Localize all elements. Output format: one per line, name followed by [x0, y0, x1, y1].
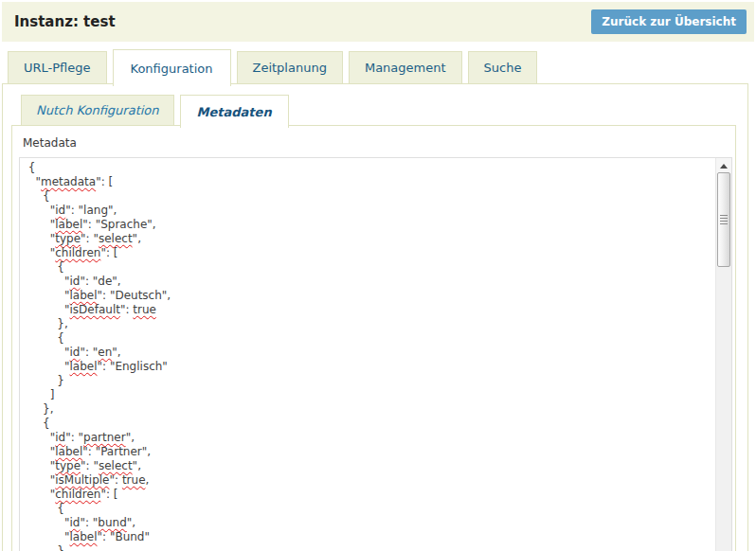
- code-line: {: [25, 260, 711, 275]
- main-tabs: URL-PflegeKonfigurationZeitplanungManage…: [8, 49, 748, 84]
- sub-tabs: Nutch KonfigurationMetadaten: [21, 95, 736, 126]
- code-line: "metadata": [: [25, 175, 711, 189]
- code-line: "id": "bund",: [25, 516, 711, 530]
- scrollbar-up-button[interactable]: [716, 158, 731, 173]
- instance-header: Instanz: test Zurück zur Übersicht: [2, 2, 754, 42]
- code-line: "isDefault": true: [25, 303, 711, 317]
- code-line: {: [25, 189, 711, 204]
- code-line: "type": "select",: [25, 232, 711, 246]
- code-line: "type": "select",: [25, 459, 711, 473]
- subtab-metadaten[interactable]: Metadaten: [180, 95, 289, 128]
- code-line: "isMultiple": true,: [25, 473, 711, 488]
- tab-management[interactable]: Management: [349, 51, 462, 84]
- tab-konfiguration[interactable]: Konfiguration: [113, 49, 231, 86]
- code-line: {: [25, 417, 711, 431]
- scrollbar-thumb[interactable]: [717, 172, 730, 267]
- scrollbar-grip-icon: [720, 215, 728, 224]
- code-line: ]: [25, 388, 711, 402]
- code-line: "children": [: [25, 488, 711, 502]
- code-line: "label": "Sprache",: [25, 218, 711, 232]
- code-line: }: [25, 374, 711, 388]
- code-line: },: [25, 402, 711, 417]
- code-line: "label": "Deutsch",: [25, 289, 711, 303]
- code-line: "label": "Englisch": [25, 360, 711, 374]
- konfiguration-tab-panel: Nutch KonfigurationMetadaten Metadata { …: [2, 83, 748, 551]
- code-line: "label": "Partner",: [25, 445, 711, 459]
- code-line: "id": "en",: [25, 346, 711, 360]
- code-line: },: [25, 544, 711, 551]
- code-line: "children": [: [25, 246, 711, 260]
- metadata-textarea-content[interactable]: { "metadata": [ { "id": "lang", "label":…: [20, 158, 731, 551]
- code-line: "id": "partner",: [25, 431, 711, 445]
- code-line: {: [25, 331, 711, 346]
- code-line: "id": "de",: [25, 275, 711, 289]
- code-line: {: [25, 502, 711, 516]
- metadata-field-label: Metadata: [23, 136, 732, 150]
- tab-suche[interactable]: Suche: [468, 51, 538, 84]
- metadata-textarea[interactable]: { "metadata": [ { "id": "lang", "label":…: [19, 157, 732, 551]
- back-to-overview-button[interactable]: Zurück zur Übersicht: [591, 9, 747, 34]
- scrollbar-track[interactable]: [715, 158, 731, 551]
- code-line: },: [25, 317, 711, 331]
- code-line: "label": "Bund": [25, 530, 711, 544]
- subtab-nutch-konfiguration[interactable]: Nutch Konfiguration: [21, 95, 174, 126]
- code-line: "id": "lang",: [25, 204, 711, 218]
- tab-url-pflege[interactable]: URL-Pflege: [8, 51, 107, 84]
- scroll-up-arrow-icon: [720, 164, 728, 169]
- code-line: {: [25, 161, 711, 175]
- page-title: Instanz: test: [14, 13, 116, 30]
- metadaten-subtab-panel: Metadata { "metadata": [ { "id": "lang",…: [11, 125, 736, 551]
- tab-zeitplanung[interactable]: Zeitplanung: [237, 51, 343, 84]
